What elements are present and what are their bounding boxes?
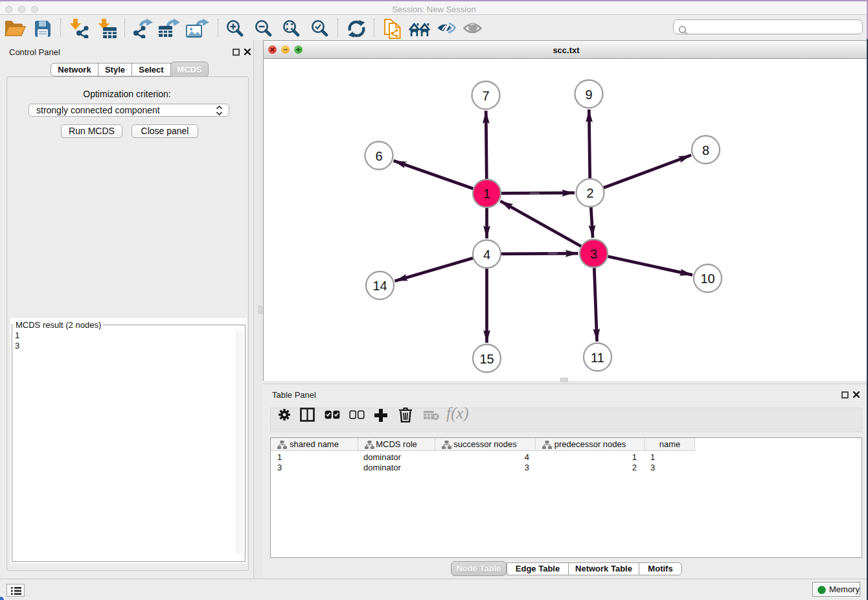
- svg-text:14: 14: [372, 279, 387, 293]
- svg-text:11: 11: [591, 351, 604, 365]
- svg-text:6: 6: [375, 149, 382, 163]
- svg-text:7: 7: [482, 89, 489, 103]
- svg-text:2: 2: [586, 186, 593, 200]
- svg-text:3: 3: [590, 247, 597, 261]
- svg-text:8: 8: [702, 143, 709, 157]
- svg-text:1: 1: [483, 187, 490, 201]
- svg-text:15: 15: [479, 352, 494, 366]
- svg-text:9: 9: [585, 87, 592, 102]
- svg-text:4: 4: [483, 248, 490, 262]
- svg-text:10: 10: [700, 271, 714, 286]
